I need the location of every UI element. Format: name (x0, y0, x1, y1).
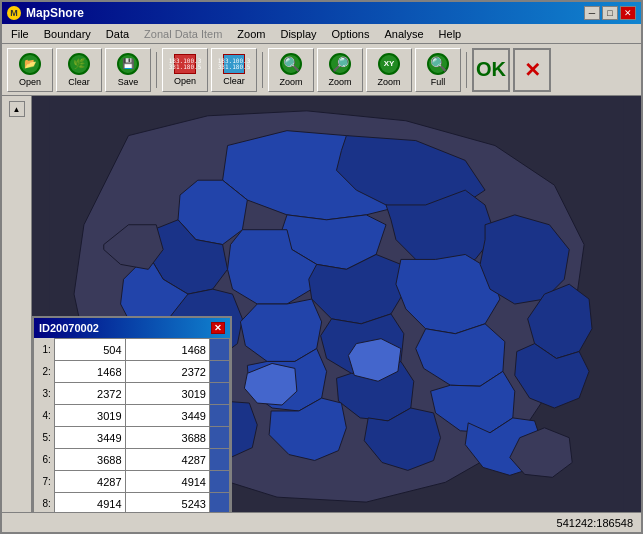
status-bar: 541242:186548 (2, 512, 641, 532)
ok-label: OK (476, 58, 506, 81)
menu-zonal-data-item[interactable]: Zonal Data Item (139, 27, 227, 41)
separator-3 (466, 52, 467, 88)
content-area: ▲ (2, 96, 641, 512)
zoom-out-label: Zoom (328, 77, 351, 87)
open-label: Open (19, 77, 41, 87)
zonal-clear-icon: 183.100.3331.180.5 (223, 54, 245, 74)
row-color-5[interactable] (210, 449, 230, 471)
row-num-1: 2: (34, 361, 54, 383)
table-row: 3: 2372 3019 (34, 383, 230, 405)
save-button[interactable]: 💾 Save (105, 48, 151, 92)
table-row: 1: 504 1468 (34, 339, 230, 361)
row-val1-2: 2372 (54, 383, 125, 405)
clear-icon: 🌿 (68, 53, 90, 75)
save-label: Save (118, 77, 139, 87)
dialog-title-bar: ID20070002 ✕ (34, 318, 230, 338)
app-icon: M (7, 6, 21, 20)
row-num-6: 7: (34, 471, 54, 493)
row-val1-7: 4914 (54, 493, 125, 513)
menu-help[interactable]: Help (434, 27, 467, 41)
menu-data[interactable]: Data (101, 27, 134, 41)
zoom-full-button[interactable]: XY Zoom (366, 48, 412, 92)
menu-analyse[interactable]: Analyse (379, 27, 428, 41)
separator-1 (156, 52, 157, 88)
table-row: 5: 3449 3688 (34, 427, 230, 449)
open-button[interactable]: 📂 Open (7, 48, 53, 92)
row-num-2: 3: (34, 383, 54, 405)
zoom-in-button[interactable]: 🔍 Zoom (268, 48, 314, 92)
row-val2-4: 3688 (125, 427, 209, 449)
table-row: 2: 1468 2372 (34, 361, 230, 383)
row-num-7: 8: (34, 493, 54, 513)
open-icon: 📂 (19, 53, 41, 75)
row-num-4: 5: (34, 427, 54, 449)
data-dialog: ID20070002 ✕ 1: 504 1468 2: 1468 2372 3:… (32, 316, 232, 512)
table-row: 6: 3688 4287 (34, 449, 230, 471)
full-icon: 🔍 (427, 53, 449, 75)
row-val2-6: 4914 (125, 471, 209, 493)
row-color-4[interactable] (210, 427, 230, 449)
row-val2-7: 5243 (125, 493, 209, 513)
zonal-clear-label: Clear (223, 76, 245, 86)
row-color-7[interactable] (210, 493, 230, 513)
menu-zoom[interactable]: Zoom (232, 27, 270, 41)
table-row: 4: 3019 3449 (34, 405, 230, 427)
zoom-out-button[interactable]: 🔎 Zoom (317, 48, 363, 92)
full-label: Full (431, 77, 446, 87)
title-bar-left: M MapShore (7, 6, 84, 20)
row-color-2[interactable] (210, 383, 230, 405)
table-row: 7: 4287 4914 (34, 471, 230, 493)
table-row: 8: 4914 5243 (34, 493, 230, 513)
app-title: MapShore (26, 6, 84, 20)
zonal-open-button[interactable]: 183.100.3331.180.5 Open (162, 48, 208, 92)
separator-2 (262, 52, 263, 88)
zoom-full-icon: XY (378, 53, 400, 75)
full-button[interactable]: 🔍 Full (415, 48, 461, 92)
menu-options[interactable]: Options (327, 27, 375, 41)
row-color-6[interactable] (210, 471, 230, 493)
dialog-title-text: ID20070002 (39, 322, 99, 334)
zoom-in-icon: 🔍 (280, 53, 302, 75)
coordinates: 541242:186548 (557, 517, 633, 529)
zonal-open-label: Open (174, 76, 196, 86)
clear-button[interactable]: 🌿 Clear (56, 48, 102, 92)
row-color-3[interactable] (210, 405, 230, 427)
toolbar: 📂 Open 🌿 Clear 💾 Save 183.100.3331.180.5… (2, 44, 641, 96)
menu-display[interactable]: Display (275, 27, 321, 41)
left-panel: ▲ (2, 96, 32, 512)
cancel-label: ✕ (524, 58, 541, 82)
row-val1-5: 3688 (54, 449, 125, 471)
row-val2-2: 3019 (125, 383, 209, 405)
row-val1-0: 504 (54, 339, 125, 361)
zonal-open-icon: 183.100.3331.180.5 (174, 54, 196, 74)
clear-label: Clear (68, 77, 90, 87)
row-val2-0: 1468 (125, 339, 209, 361)
zoom-in-label: Zoom (279, 77, 302, 87)
row-val1-6: 4287 (54, 471, 125, 493)
cancel-button[interactable]: ✕ (513, 48, 551, 92)
map-area[interactable]: ID20070002 ✕ 1: 504 1468 2: 1468 2372 3:… (32, 96, 641, 512)
dialog-close-button[interactable]: ✕ (211, 322, 225, 334)
row-num-0: 1: (34, 339, 54, 361)
menu-file[interactable]: File (6, 27, 34, 41)
menu-bar: File Boundary Data Zonal Data Item Zoom … (2, 24, 641, 44)
title-bar: M MapShore ─ □ ✕ (2, 2, 641, 24)
menu-boundary[interactable]: Boundary (39, 27, 96, 41)
zoom-full-label: Zoom (377, 77, 400, 87)
data-table: 1: 504 1468 2: 1468 2372 3: 2372 3019 4:… (34, 338, 230, 512)
row-color-1[interactable] (210, 361, 230, 383)
maximize-button[interactable]: □ (602, 6, 618, 20)
title-controls: ─ □ ✕ (584, 6, 636, 20)
row-num-5: 6: (34, 449, 54, 471)
zonal-clear-button[interactable]: 183.100.3331.180.5 Clear (211, 48, 257, 92)
scroll-up-button[interactable]: ▲ (9, 101, 25, 117)
minimize-button[interactable]: ─ (584, 6, 600, 20)
row-color-0[interactable] (210, 339, 230, 361)
row-val2-3: 3449 (125, 405, 209, 427)
row-val1-4: 3449 (54, 427, 125, 449)
main-window: M MapShore ─ □ ✕ File Boundary Data Zona… (0, 0, 643, 534)
row-val2-1: 2372 (125, 361, 209, 383)
ok-button[interactable]: OK (472, 48, 510, 92)
zoom-out-icon: 🔎 (329, 53, 351, 75)
close-button[interactable]: ✕ (620, 6, 636, 20)
